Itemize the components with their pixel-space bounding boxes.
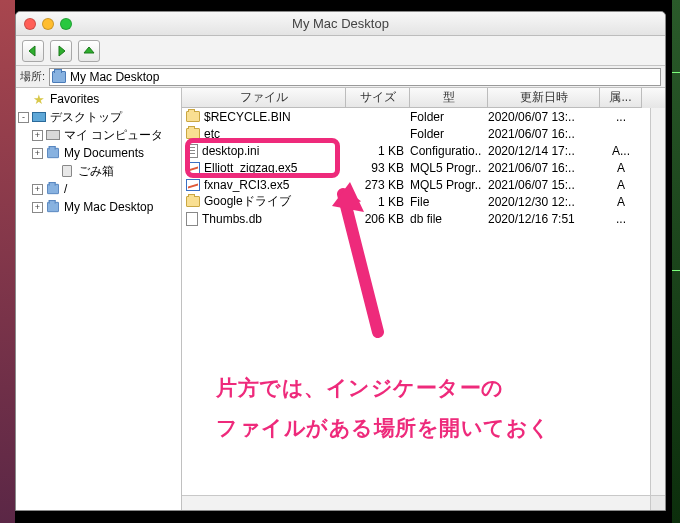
- expander-icon[interactable]: +: [32, 202, 43, 213]
- file-row[interactable]: desktop.ini1 KBConfiguratio..2020/12/14 …: [182, 142, 665, 159]
- indicator-file-icon: [186, 179, 200, 191]
- tree-item[interactable]: +My Documents: [18, 144, 179, 162]
- file-name: Elliott_zigzag.ex5: [204, 161, 297, 175]
- trash-icon: [59, 164, 75, 178]
- file-date: 2020/12/16 7:51: [488, 212, 600, 226]
- file-size: 273 KB: [346, 178, 410, 192]
- file-row[interactable]: fxnav_RCI3.ex5273 KBMQL5 Progr..2021/06/…: [182, 176, 665, 193]
- expander-icon[interactable]: +: [32, 148, 43, 159]
- scrollbar-vertical[interactable]: [650, 108, 665, 495]
- col-size[interactable]: サイズ: [346, 88, 410, 108]
- window-controls: [24, 18, 72, 30]
- file-name: etc: [204, 127, 220, 141]
- tree-item[interactable]: +マイ コンピュータ: [18, 126, 179, 144]
- titlebar[interactable]: My Mac Desktop: [16, 12, 665, 36]
- folder-icon: [45, 200, 61, 214]
- forward-button[interactable]: [50, 40, 72, 62]
- file-size: 206 KB: [346, 212, 410, 226]
- arrow-right-icon: [54, 44, 68, 58]
- file-name: $RECYCLE.BIN: [204, 110, 291, 124]
- toolbar: [16, 36, 665, 66]
- file-name: Thumbs.db: [202, 212, 262, 226]
- folder-icon: [45, 146, 61, 160]
- folder-icon: [186, 128, 200, 139]
- col-name[interactable]: ファイル: [182, 88, 346, 108]
- expander-icon[interactable]: -: [18, 112, 29, 123]
- tree-item-label: /: [64, 182, 67, 196]
- col-date[interactable]: 更新日時: [488, 88, 600, 108]
- close-icon[interactable]: [24, 18, 36, 30]
- folder-tree[interactable]: ★Favorites-デスクトップ+マイ コンピュータ+My Documents…: [16, 88, 182, 510]
- file-type: Folder: [410, 127, 488, 141]
- file-type: db file: [410, 212, 488, 226]
- minimize-icon[interactable]: [42, 18, 54, 30]
- file-row[interactable]: $RECYCLE.BINFolder2020/06/07 13:.....: [182, 108, 665, 125]
- desktop-icon: [31, 110, 47, 124]
- tree-item-label: My Mac Desktop: [64, 200, 153, 214]
- file-attr: A: [600, 195, 642, 209]
- file-date: 2020/06/07 13:..: [488, 110, 600, 124]
- tree-item-label: マイ コンピュータ: [64, 127, 163, 144]
- file-attr: ...: [600, 212, 642, 226]
- chart-tick: [672, 270, 680, 271]
- file-size: 1 KB: [346, 195, 410, 209]
- tree-item-label: ごみ箱: [78, 163, 114, 180]
- file-attr: A: [600, 178, 642, 192]
- zoom-icon[interactable]: [60, 18, 72, 30]
- file-size: 1 KB: [346, 144, 410, 158]
- file-attr: A: [600, 161, 642, 175]
- window-title: My Mac Desktop: [24, 16, 657, 31]
- arrow-left-icon: [26, 44, 40, 58]
- desktop-bg-left: [0, 0, 15, 523]
- indicator-file-icon: [186, 162, 200, 174]
- tree-item[interactable]: +/: [18, 180, 179, 198]
- arrow-up-icon: [82, 44, 96, 58]
- folder-icon: [186, 111, 200, 122]
- chart-tick: [672, 72, 680, 73]
- file-type: File: [410, 195, 488, 209]
- file-date: 2020/12/30 12:..: [488, 195, 600, 209]
- tree-item-label: デスクトップ: [50, 109, 122, 126]
- content-area: ★Favorites-デスクトップ+マイ コンピュータ+My Documents…: [16, 88, 665, 510]
- config-file-icon: [186, 144, 198, 158]
- file-row[interactable]: etcFolder2021/06/07 16:..: [182, 125, 665, 142]
- file-date: 2021/06/07 15:..: [488, 178, 600, 192]
- file-attr: ...: [600, 110, 642, 124]
- up-button[interactable]: [78, 40, 100, 62]
- folder-icon: [45, 182, 61, 196]
- column-headers: ファイル サイズ 型 更新日時 属...: [182, 88, 665, 108]
- star-icon: ★: [31, 92, 47, 106]
- file-type: MQL5 Progr..: [410, 178, 488, 192]
- expander-icon[interactable]: +: [32, 184, 43, 195]
- scrollbar-horizontal[interactable]: [182, 495, 650, 510]
- file-row[interactable]: Googleドライブ1 KBFile2020/12/30 12:..A: [182, 193, 665, 210]
- folder-icon: [52, 71, 66, 83]
- desktop-bg-right: [672, 0, 680, 523]
- tree-item[interactable]: -デスクトップ: [18, 108, 179, 126]
- tree-item[interactable]: ごみ箱: [18, 162, 179, 180]
- folder-icon: [186, 196, 200, 207]
- col-type[interactable]: 型: [410, 88, 488, 108]
- expander-icon[interactable]: +: [32, 130, 43, 141]
- col-attr[interactable]: 属...: [600, 88, 642, 108]
- file-list[interactable]: $RECYCLE.BINFolder2020/06/07 13:.....etc…: [182, 108, 665, 510]
- scrollbar-corner: [650, 495, 665, 510]
- file-size: 93 KB: [346, 161, 410, 175]
- tree-item[interactable]: ★Favorites: [18, 90, 179, 108]
- back-button[interactable]: [22, 40, 44, 62]
- location-dropdown[interactable]: My Mac Desktop: [49, 68, 661, 86]
- file-name: Googleドライブ: [204, 193, 291, 210]
- computer-icon: [45, 128, 61, 142]
- file-row[interactable]: Elliott_zigzag.ex593 KBMQL5 Progr..2021/…: [182, 159, 665, 176]
- file-date: 2021/06/07 16:..: [488, 161, 600, 175]
- tree-item-label: Favorites: [50, 92, 99, 106]
- file-date: 2020/12/14 17:..: [488, 144, 600, 158]
- tree-item-label: My Documents: [64, 146, 144, 160]
- file-name: fxnav_RCI3.ex5: [204, 178, 289, 192]
- tree-item[interactable]: +My Mac Desktop: [18, 198, 179, 216]
- file-date: 2021/06/07 16:..: [488, 127, 600, 141]
- file-manager-window: My Mac Desktop 場所: My Mac Desktop ★Favor…: [15, 11, 666, 511]
- file-name: desktop.ini: [202, 144, 259, 158]
- file-row[interactable]: Thumbs.db206 KBdb file2020/12/16 7:51...: [182, 210, 665, 227]
- file-attr: A...: [600, 144, 642, 158]
